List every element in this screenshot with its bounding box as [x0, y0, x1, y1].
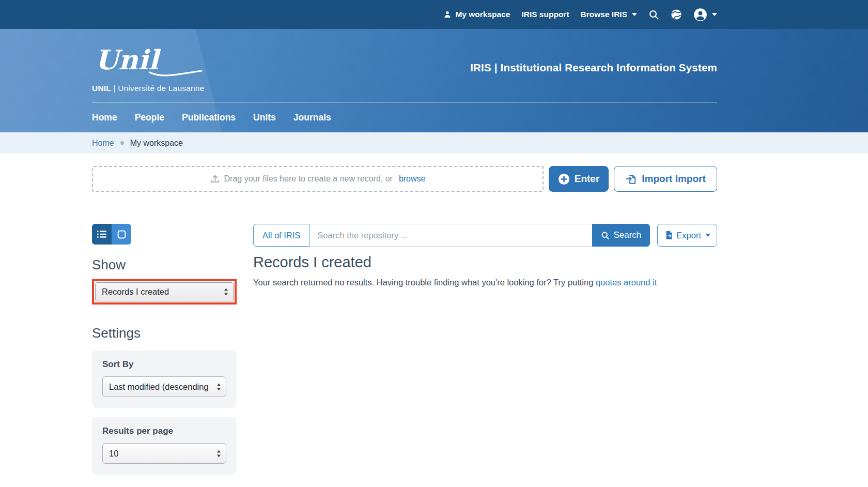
person-icon: [443, 10, 452, 19]
svg-text:Unil: Unil: [95, 44, 161, 75]
nav-journals[interactable]: Journals: [293, 112, 331, 123]
search-button-label: Search: [613, 230, 641, 240]
import-button-label: Import Import: [642, 173, 706, 185]
unil-logo-caption: UNIL | Université de Lausanne: [92, 84, 205, 93]
show-select[interactable]: Records I created: [95, 282, 234, 301]
results-per-page-select[interactable]: 10: [102, 443, 226, 464]
search-scope-button[interactable]: All of IRIS: [253, 224, 309, 247]
breadcrumb-home-link[interactable]: Home: [92, 139, 114, 148]
breadcrumb-bar: Home My workspace: [0, 132, 868, 154]
empty-results-message: Your search returned no results. Having …: [253, 278, 717, 287]
settings-heading: Settings: [92, 325, 237, 341]
page-title: IRIS | Institutional Research Informatio…: [470, 62, 717, 74]
nav-units[interactable]: Units: [253, 112, 276, 123]
breadcrumb: Home My workspace: [92, 132, 717, 154]
grid-view-icon: [117, 230, 126, 239]
list-view-icon: [97, 231, 106, 238]
export-button-label: Export: [676, 231, 701, 240]
results-per-page-card: Results per page 10: [92, 417, 237, 475]
quotes-tip-link[interactable]: quotes around it: [596, 278, 657, 287]
results-per-page-label: Results per page: [102, 426, 226, 436]
show-select-value: Records I created: [102, 287, 169, 297]
unil-logo-caption-bold: UNIL: [92, 84, 111, 93]
unil-logo-caption-rest: | Université de Lausanne: [113, 84, 204, 93]
select-stepper-icon: [224, 288, 228, 296]
sort-by-value: Last modified (descending: [109, 382, 209, 392]
show-heading: Show: [92, 257, 237, 273]
enter-button[interactable]: Enter: [549, 166, 609, 192]
nav-people[interactable]: People: [135, 112, 164, 123]
highlight-annotation-box: Records I created: [92, 279, 237, 305]
main-nav: Home People Publications Units Journals: [92, 103, 717, 132]
topbar-browse-iris-label: Browse IRIS: [581, 10, 627, 19]
enter-button-label: Enter: [575, 173, 600, 185]
empty-results-text: Your search returned no results. Having …: [253, 278, 593, 287]
search-icon: [601, 231, 610, 240]
sort-by-label: Sort By: [102, 359, 226, 370]
upload-icon: [210, 174, 220, 184]
search-button[interactable]: Search: [592, 224, 650, 247]
sidebar: Show Records I created Settings Sort By …: [92, 224, 237, 475]
list-view-button[interactable]: [92, 224, 112, 245]
plus-circle-icon: [558, 173, 570, 185]
grid-view-button[interactable]: [112, 224, 131, 245]
export-file-icon: [664, 230, 674, 240]
unil-logo[interactable]: Unil UNIL | Université de Lausanne: [92, 42, 205, 93]
topbar-my-workspace-label: My workspace: [455, 10, 510, 19]
nav-publications[interactable]: Publications: [182, 112, 236, 123]
topbar-browse-iris[interactable]: Browse IRIS: [581, 10, 637, 19]
import-file-icon: [625, 173, 637, 185]
search-toggle-button[interactable]: [648, 9, 659, 20]
topbar-iris-support-label: IRIS support: [521, 10, 569, 19]
breadcrumb-separator: [120, 141, 124, 145]
search-bar: All of IRIS Search Export: [253, 224, 717, 247]
topbar-iris-support[interactable]: IRIS support: [521, 10, 569, 19]
account-circle-icon: [693, 8, 707, 22]
chevron-down-icon: [705, 234, 710, 237]
breadcrumb-current: My workspace: [130, 139, 183, 148]
topbar: My workspace IRIS support Browse IRIS: [0, 0, 868, 29]
results-title: Records I created: [253, 254, 717, 271]
search-input[interactable]: [309, 224, 592, 247]
unil-logo-script: Unil: [92, 42, 205, 83]
export-button[interactable]: Export: [657, 224, 717, 247]
sort-by-select[interactable]: Last modified (descending: [102, 376, 226, 397]
browse-link[interactable]: browse: [399, 174, 426, 184]
import-button[interactable]: Import Import: [614, 166, 717, 192]
view-toggle: [92, 224, 131, 245]
sort-by-card: Sort By Last modified (descending: [92, 351, 237, 408]
select-stepper-icon: [216, 383, 221, 391]
results-per-page-value: 10: [109, 449, 118, 459]
dropzone-prompt: Drag your files here to create a new rec…: [224, 174, 393, 184]
language-globe-button[interactable]: [671, 9, 682, 20]
chevron-down-icon: [712, 13, 717, 16]
topbar-my-workspace[interactable]: My workspace: [443, 10, 510, 19]
results-section: All of IRIS Search Export Records I crea: [253, 224, 717, 287]
search-icon: [648, 9, 659, 20]
globe-icon: [671, 9, 682, 20]
chevron-down-icon: [632, 13, 637, 16]
site-header: Unil UNIL | Université de Lausanne IRIS …: [0, 29, 868, 132]
account-menu-button[interactable]: [693, 8, 717, 22]
main-content: Drag your files here to create a new rec…: [92, 166, 717, 475]
select-stepper-icon: [216, 450, 221, 458]
nav-home[interactable]: Home: [92, 112, 117, 123]
topbar-menu: My workspace IRIS support Browse IRIS: [443, 8, 717, 22]
file-dropzone[interactable]: Drag your files here to create a new rec…: [92, 166, 544, 192]
